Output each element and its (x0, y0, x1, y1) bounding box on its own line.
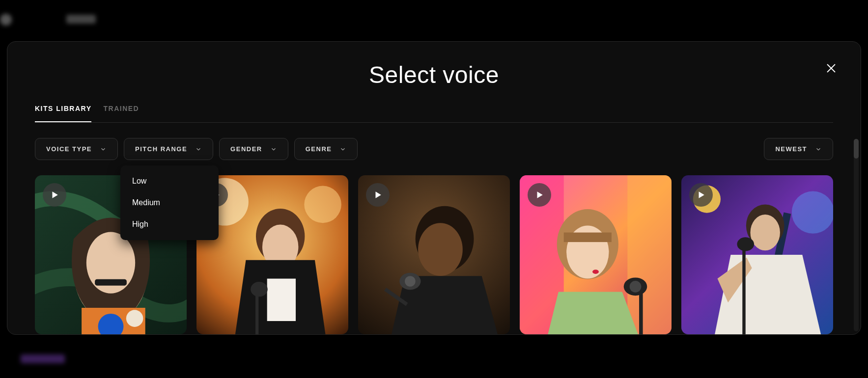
play-button[interactable] (366, 183, 390, 207)
play-button[interactable] (43, 183, 66, 207)
topbar-text-blur (66, 15, 96, 24)
svg-point-39 (792, 191, 833, 233)
svg-point-23 (405, 276, 416, 287)
filter-voice-type-label: VOICE TYPE (46, 145, 92, 153)
pitch-option-high[interactable]: High (120, 214, 219, 235)
modal-title: Select voice (7, 61, 861, 88)
filter-gender[interactable]: GENDER (219, 138, 288, 160)
voice-card[interactable] (681, 175, 833, 334)
play-icon (697, 190, 705, 199)
svg-rect-5 (95, 279, 127, 286)
voice-card[interactable] (358, 175, 510, 334)
svg-rect-17 (255, 295, 258, 334)
topbar-logo-blur (0, 14, 12, 26)
close-icon (825, 62, 837, 74)
scrollbar-thumb[interactable] (854, 139, 859, 159)
svg-point-12 (304, 186, 341, 223)
svg-rect-28 (627, 175, 672, 334)
filter-voice-type[interactable]: VOICE TYPE (35, 138, 118, 160)
svg-point-16 (251, 282, 268, 297)
svg-point-8 (126, 310, 143, 327)
svg-marker-25 (376, 191, 381, 198)
scrollbar[interactable] (854, 139, 859, 331)
play-button[interactable] (689, 183, 713, 207)
filter-gender-label: GENDER (230, 145, 262, 153)
svg-rect-35 (639, 293, 643, 334)
tab-kits-library[interactable]: KITS LIBRARY (35, 105, 91, 122)
svg-rect-15 (267, 279, 296, 321)
play-button[interactable] (528, 183, 551, 207)
chevron-down-icon (815, 146, 822, 153)
pitch-option-low[interactable]: Low (120, 170, 219, 192)
svg-point-42 (750, 215, 780, 250)
svg-point-34 (630, 281, 642, 293)
filter-pitch-range-label: PITCH RANGE (135, 145, 187, 153)
voice-card[interactable] (520, 175, 672, 334)
tabs: KITS LIBRARY TRAINED (35, 105, 833, 123)
select-voice-modal: Select voice KITS LIBRARY TRAINED VOICE … (7, 41, 861, 335)
svg-marker-9 (53, 191, 58, 198)
svg-rect-31 (564, 233, 612, 242)
play-icon (373, 190, 382, 199)
play-icon (50, 190, 59, 199)
tab-trained[interactable]: TRAINED (103, 105, 139, 122)
chevron-down-icon (270, 146, 277, 153)
filter-genre-label: GENRE (306, 145, 332, 153)
svg-marker-36 (537, 191, 543, 198)
filter-genre[interactable]: GENRE (294, 138, 358, 160)
chevron-down-icon (339, 146, 346, 153)
chevron-down-icon (100, 146, 107, 153)
svg-rect-44 (742, 249, 745, 334)
svg-point-43 (737, 237, 754, 251)
bottombar-badge-blur (21, 354, 65, 363)
app-topbar (0, 0, 868, 39)
filters-row: VOICE TYPE PITCH RANGE GENDER GENRE NEW (35, 138, 833, 160)
close-button[interactable] (822, 59, 840, 77)
pitch-option-medium[interactable]: Medium (120, 192, 219, 214)
svg-point-21 (418, 223, 463, 276)
play-icon (535, 190, 544, 199)
svg-point-32 (592, 270, 599, 274)
app-bottombar (0, 339, 868, 378)
svg-marker-45 (699, 191, 704, 198)
voice-card[interactable] (196, 175, 348, 334)
sort-label: NEWEST (775, 145, 807, 153)
sort-dropdown[interactable]: NEWEST (764, 138, 833, 160)
pitch-range-dropdown: Low Medium High (120, 165, 219, 240)
filter-pitch-range[interactable]: PITCH RANGE (124, 138, 213, 160)
chevron-down-icon (195, 146, 202, 153)
